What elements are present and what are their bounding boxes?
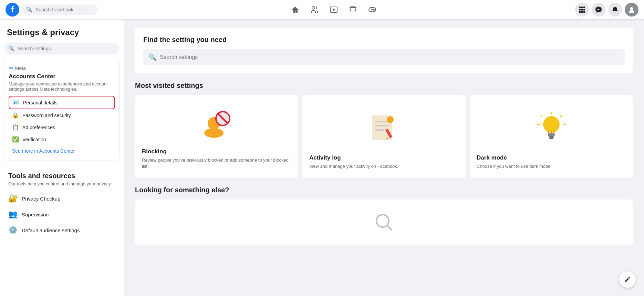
accounts-center-title: Accounts Center <box>9 73 115 80</box>
search-icon: 🔍 <box>26 7 33 13</box>
dark-mode-card[interactable]: Dark mode Choose if you want to use dark… <box>470 95 633 178</box>
marketplace-nav-button[interactable] <box>345 1 361 18</box>
looking-for-title: Looking for something else? <box>135 186 633 194</box>
find-setting-title: Find the setting you need <box>143 36 625 44</box>
svg-line-40 <box>541 116 542 117</box>
grid-menu-button[interactable] <box>575 3 589 17</box>
topnav-right <box>570 3 638 17</box>
tools-section: Tools and resources Our tools help you c… <box>3 166 121 238</box>
messenger-button[interactable] <box>592 3 605 17</box>
supervision-label: Supervision <box>22 212 49 217</box>
global-search-input[interactable] <box>35 7 94 12</box>
svg-marker-2 <box>333 8 335 11</box>
personal-details-icon: 🪪 <box>13 99 20 106</box>
accounts-center-password-security[interactable]: 🔒 Password and security <box>9 109 115 121</box>
global-search-bar[interactable]: 🔍 <box>22 4 98 15</box>
default-audience-item[interactable]: ⚙️ Default audience settings <box>4 222 120 238</box>
activity-log-illustration <box>367 112 401 143</box>
home-nav-button[interactable] <box>287 1 303 18</box>
dark-mode-icon-area <box>477 103 626 154</box>
blocking-card-title: Blocking <box>142 148 291 155</box>
looking-search-illustration <box>374 212 394 233</box>
svg-point-0 <box>312 7 315 9</box>
svg-line-38 <box>561 116 562 117</box>
svg-rect-12 <box>581 9 583 11</box>
sidebar-search-icon: 🔍 <box>8 45 15 52</box>
settings-search-input[interactable] <box>160 54 619 60</box>
tools-title: Tools and resources <box>4 169 120 181</box>
most-visited-cards-grid: Blocking Review people you've previously… <box>135 95 633 178</box>
activity-log-card[interactable]: Activity log View and manage your activi… <box>302 95 466 178</box>
svg-rect-36 <box>549 137 553 139</box>
svg-point-17 <box>630 7 633 10</box>
privacy-checkup-item[interactable]: 🔐 Privacy Checkup <box>4 191 120 206</box>
svg-point-27 <box>387 116 394 123</box>
notifications-button[interactable] <box>608 3 622 17</box>
default-audience-icon: ⚙️ <box>8 226 18 235</box>
dark-mode-illustration <box>536 112 567 143</box>
blocking-icon-area <box>142 103 291 148</box>
topnav-center <box>98 1 570 18</box>
accounts-center-verification[interactable]: ✅ Verification <box>9 133 115 145</box>
supervision-item[interactable]: 👥 Supervision <box>4 206 120 222</box>
activity-log-card-title: Activity log <box>309 154 459 161</box>
blocking-card-desc: Review people you've previously blocked … <box>142 157 291 170</box>
svg-rect-15 <box>581 11 583 13</box>
looking-icon-area <box>143 206 625 238</box>
svg-rect-9 <box>581 7 583 8</box>
svg-rect-35 <box>549 136 554 137</box>
svg-rect-16 <box>583 11 585 13</box>
meta-label: Meta <box>15 65 26 71</box>
settings-search-icon: 🔍 <box>149 53 156 61</box>
verification-label: Verification <box>22 137 46 142</box>
page-layout: Settings & privacy 🔍 ∞ Meta Accounts Cen… <box>0 19 644 296</box>
svg-rect-11 <box>579 9 581 11</box>
edit-fab-button[interactable] <box>619 271 636 288</box>
sidebar-search-bar[interactable]: 🔍 <box>4 43 120 54</box>
looking-for-section: Looking for something else? <box>135 186 633 245</box>
dark-mode-card-title: Dark mode <box>477 154 626 161</box>
see-more-accounts-center-link[interactable]: See more in Accounts Center <box>9 145 115 156</box>
tools-description: Our tools help you control and manage yo… <box>4 181 120 191</box>
gaming-nav-button[interactable] <box>364 1 381 18</box>
svg-rect-14 <box>579 11 581 13</box>
accounts-center-card: ∞ Meta Accounts Center Manage your conne… <box>4 60 120 161</box>
supervision-icon: 👥 <box>8 210 18 219</box>
password-security-label: Password and security <box>22 113 71 118</box>
sidebar-title: Settings & privacy <box>3 25 121 43</box>
friends-nav-button[interactable] <box>306 1 323 18</box>
accounts-center-personal-details[interactable]: 🪪 Personal details <box>9 96 115 109</box>
privacy-checkup-label: Privacy Checkup <box>22 196 61 202</box>
topnav-left: f 🔍 <box>6 3 98 17</box>
sidebar-search-input[interactable] <box>18 46 115 51</box>
accounts-center-ad-preferences[interactable]: 📋 Ad preferences <box>9 121 115 133</box>
svg-point-7 <box>374 10 374 10</box>
dark-mode-card-desc: Choose if you want to use dark mode. <box>477 163 626 170</box>
meta-logo-row: ∞ Meta <box>9 64 115 72</box>
blocking-card[interactable]: Blocking Review people you've previously… <box>135 95 298 178</box>
watch-nav-button[interactable] <box>325 1 342 18</box>
svg-rect-34 <box>548 133 555 136</box>
svg-line-43 <box>387 225 392 230</box>
svg-rect-10 <box>583 7 585 8</box>
activity-log-icon-area <box>309 103 459 154</box>
password-security-icon: 🔒 <box>12 112 19 119</box>
looking-for-card <box>135 200 633 245</box>
activity-log-card-desc: View and manage your activity on Faceboo… <box>309 163 459 170</box>
svg-point-30 <box>543 116 560 133</box>
svg-rect-8 <box>579 7 581 8</box>
facebook-logo[interactable]: f <box>6 3 19 17</box>
meta-logo-icon: ∞ <box>9 64 13 72</box>
ad-preferences-icon: 📋 <box>12 124 19 131</box>
settings-search-bar[interactable]: 🔍 <box>143 49 625 65</box>
user-avatar[interactable] <box>625 3 638 17</box>
ad-preferences-label: Ad preferences <box>22 125 55 130</box>
blocking-illustration <box>199 109 234 140</box>
svg-rect-13 <box>583 9 585 11</box>
main-content: Find the setting you need 🔍 Most visited… <box>124 19 644 296</box>
accounts-center-description: Manage your connected experiences and ac… <box>9 81 115 92</box>
verification-icon: ✅ <box>12 136 19 143</box>
svg-point-18 <box>204 128 224 138</box>
most-visited-section: Most visited settings <box>135 82 633 178</box>
most-visited-title: Most visited settings <box>135 82 633 90</box>
